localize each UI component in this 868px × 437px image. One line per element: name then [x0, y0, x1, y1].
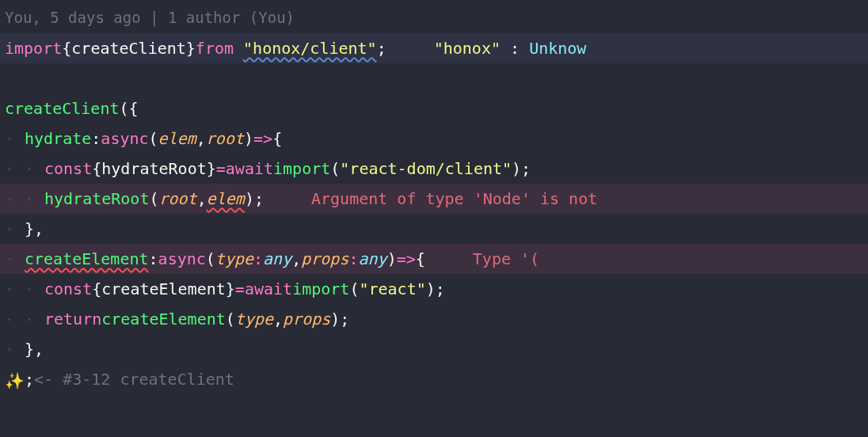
indent-guide: ·	[5, 334, 14, 364]
comma: ,	[197, 184, 207, 214]
code-line[interactable]: · },	[0, 334, 868, 364]
keyword-const: const	[44, 274, 92, 304]
indent-guide: ·	[5, 244, 14, 274]
indent-guide: ·	[25, 274, 34, 304]
brace-comma: },	[25, 334, 44, 364]
brace: {	[272, 124, 282, 154]
indent-guide: ·	[5, 304, 14, 334]
indent-guide: ·	[5, 154, 14, 184]
destructured-symbol: hydrateRoot	[101, 154, 206, 184]
code-line-empty[interactable]	[0, 63, 868, 93]
keyword-return: return	[44, 304, 101, 334]
comma: ,	[196, 124, 206, 154]
paren: (	[226, 304, 235, 334]
indent-guide: ·	[5, 214, 14, 244]
paren-semi: );	[245, 184, 264, 214]
destructured-symbol: createElement	[101, 274, 226, 304]
paren-semi: );	[512, 154, 531, 184]
code-line[interactable]: createClient ({	[0, 93, 868, 124]
diagnostic-sep: :	[510, 39, 529, 58]
keyword-async: async	[101, 124, 148, 154]
type-annotation: any	[359, 244, 387, 274]
function-call: createElement	[101, 304, 226, 334]
imported-symbol: createClient	[71, 33, 186, 63]
property-name: hydrate	[25, 124, 91, 154]
brace: {	[92, 154, 101, 184]
indent-guide: ·	[5, 184, 14, 214]
parameter: elem	[158, 124, 196, 154]
parameter: props	[301, 244, 348, 274]
keyword-from: from	[196, 33, 234, 63]
argument: type	[235, 304, 273, 334]
paren: )	[244, 124, 253, 154]
code-line[interactable]: · },	[0, 214, 868, 244]
code-line[interactable]: ✨ ; <- #3-12 createClient	[0, 364, 868, 394]
equals: =	[235, 274, 245, 304]
indent-guide: ·	[25, 154, 34, 184]
code-line[interactable]: · · const { hydrateRoot } = await import…	[0, 154, 868, 184]
colon: :	[91, 124, 101, 154]
paren: (	[330, 154, 340, 184]
paren-brace: ({	[120, 93, 139, 124]
arrow: =>	[397, 244, 416, 274]
keyword-const: const	[44, 154, 92, 184]
brace: {	[62, 33, 71, 63]
code-line[interactable]: · · const { createElement } = await impo…	[0, 274, 868, 304]
diagnostic-text: Unknow	[529, 39, 586, 58]
argument: props	[283, 304, 330, 334]
argument-error: elem	[207, 184, 245, 214]
type-sep: :	[253, 244, 263, 274]
brace: }	[207, 154, 216, 184]
string-module-path: "react-dom/client"	[340, 154, 512, 184]
code-line-error[interactable]: · · hydrateRoot ( root , elem ); Argumen…	[0, 184, 868, 214]
comma: ,	[273, 304, 283, 334]
parameter: type	[215, 244, 253, 274]
comma: ,	[291, 244, 301, 274]
code-line[interactable]: import { createClient } from "honox/clie…	[0, 33, 868, 63]
brace: }	[186, 33, 196, 63]
equals: =	[216, 154, 226, 184]
parameter: root	[206, 124, 244, 154]
keyword-import: import	[5, 33, 62, 63]
brace: {	[416, 244, 425, 274]
argument: root	[159, 184, 197, 214]
paren: (	[349, 274, 359, 304]
paren: (	[149, 124, 158, 154]
semicolon: ;	[25, 364, 34, 394]
indent-guide: ·	[5, 124, 14, 154]
paren: (	[206, 244, 215, 274]
git-blame-annotation: You, 5 days ago | 1 author (You)	[0, 0, 868, 33]
paren-semi: );	[426, 274, 445, 304]
fold-hint: <- #3-12 createClient	[34, 364, 234, 394]
brace: {	[92, 274, 101, 304]
keyword-await: await	[226, 154, 273, 184]
paren: (	[149, 184, 158, 214]
paren-semi: );	[330, 304, 349, 334]
function-call: createClient	[5, 93, 120, 124]
paren: )	[387, 244, 397, 274]
code-line[interactable]: · · return createElement ( type , props …	[0, 304, 868, 334]
function-call: hydrateRoot	[44, 184, 149, 214]
type-sep: :	[348, 244, 358, 274]
code-line-error[interactable]: · createElement : async ( type : any , p…	[0, 244, 868, 274]
error-inline-diagnostic: Type '(	[473, 244, 539, 274]
string-module-path: "react"	[359, 274, 425, 304]
error-inline-diagnostic: Argument of type 'Node' is not	[311, 184, 597, 214]
colon: :	[149, 244, 158, 274]
sparkle-icon: ✨	[5, 366, 25, 396]
diagnostic-label: "honox"	[434, 39, 501, 58]
semicolon: ;	[377, 33, 386, 63]
code-line[interactable]: · hydrate : async ( elem , root ) => {	[0, 124, 868, 154]
property-name-error: createElement	[25, 244, 149, 274]
brace: }	[226, 274, 235, 304]
dynamic-import: import	[273, 154, 330, 184]
indent-guide: ·	[25, 184, 34, 214]
brace-comma: },	[25, 214, 44, 244]
indent-guide: ·	[5, 274, 14, 304]
dynamic-import: import	[292, 274, 349, 304]
indent-guide: ·	[25, 304, 34, 334]
string-module-path: "honox/client"	[243, 33, 377, 63]
type-annotation: any	[263, 244, 291, 274]
keyword-await: await	[245, 274, 292, 304]
keyword-async: async	[158, 244, 206, 274]
